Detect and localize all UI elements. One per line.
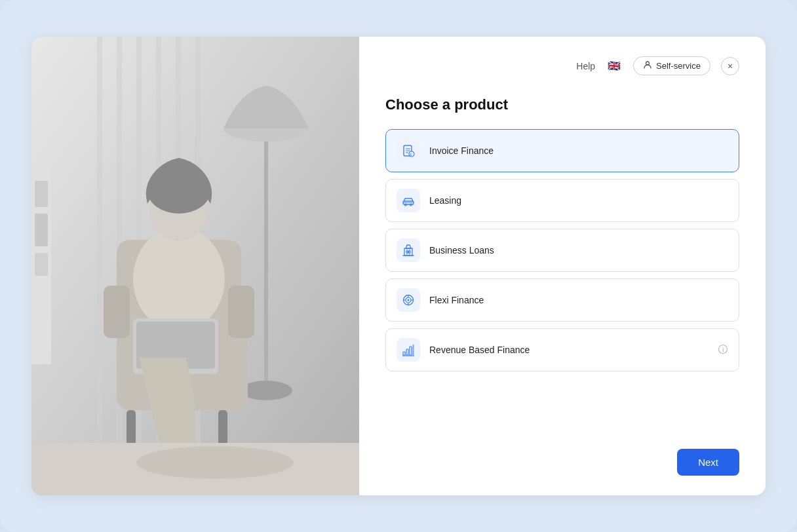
- svg-text:i: i: [722, 347, 724, 353]
- svg-rect-54: [410, 347, 412, 355]
- close-button[interactable]: ×: [721, 57, 739, 75]
- product-item-invoice-finance[interactable]: $ Invoice Finance: [385, 129, 739, 172]
- product-label-leasing: Leasing: [429, 195, 728, 206]
- self-service-button[interactable]: Self-service: [633, 56, 710, 75]
- svg-rect-24: [35, 181, 48, 207]
- product-label-revenue-based-finance: Revenue Based Finance: [429, 345, 709, 355]
- page-title: Choose a product: [385, 96, 739, 113]
- outer-container: Help 🇬🇧 Self-service × Choose a product: [0, 0, 797, 532]
- next-button[interactable]: Next: [677, 449, 739, 476]
- car-icon: [397, 189, 420, 212]
- svg-rect-13: [228, 286, 254, 338]
- product-item-leasing[interactable]: Leasing: [385, 179, 739, 222]
- svg-point-47: [408, 299, 410, 301]
- svg-rect-7: [264, 128, 268, 390]
- svg-rect-12: [104, 286, 130, 338]
- revenue-icon: [397, 338, 420, 362]
- product-item-revenue-based-finance[interactable]: Revenue Based Finance i: [385, 328, 739, 371]
- modal: Help 🇬🇧 Self-service × Choose a product: [31, 37, 766, 495]
- svg-point-16: [133, 227, 225, 332]
- building-icon: [397, 238, 420, 262]
- svg-rect-26: [35, 253, 48, 276]
- content-area: Choose a product $: [385, 96, 739, 436]
- language-flag[interactable]: 🇬🇧: [606, 60, 623, 73]
- svg-point-28: [136, 446, 294, 479]
- right-panel: Help 🇬🇧 Self-service × Choose a product: [359, 37, 766, 495]
- svg-rect-55: [413, 345, 414, 355]
- svg-rect-52: [403, 352, 405, 355]
- product-label-invoice-finance: Invoice Finance: [429, 145, 728, 156]
- product-item-flexi-finance[interactable]: Flexi Finance: [385, 278, 739, 322]
- svg-text:$: $: [410, 153, 412, 157]
- svg-rect-1: [97, 37, 102, 495]
- svg-rect-25: [35, 214, 48, 246]
- flexi-icon: [397, 288, 420, 312]
- self-service-label: Self-service: [656, 61, 701, 71]
- invoice-icon: $: [397, 139, 420, 162]
- product-label-flexi-finance: Flexi Finance: [429, 295, 728, 305]
- left-panel: [31, 37, 359, 495]
- svg-point-29: [646, 62, 650, 65]
- hero-image: [31, 37, 359, 495]
- footer-area: Next: [385, 436, 739, 476]
- info-icon[interactable]: i: [718, 344, 728, 356]
- product-label-business-loans: Business Loans: [429, 245, 728, 256]
- user-icon: [643, 60, 652, 71]
- header-bar: Help 🇬🇧 Self-service ×: [385, 56, 739, 75]
- product-item-business-loans[interactable]: Business Loans: [385, 229, 739, 272]
- product-list: $ Invoice Finance: [385, 129, 739, 371]
- svg-rect-53: [406, 349, 408, 355]
- help-link[interactable]: Help: [576, 61, 595, 71]
